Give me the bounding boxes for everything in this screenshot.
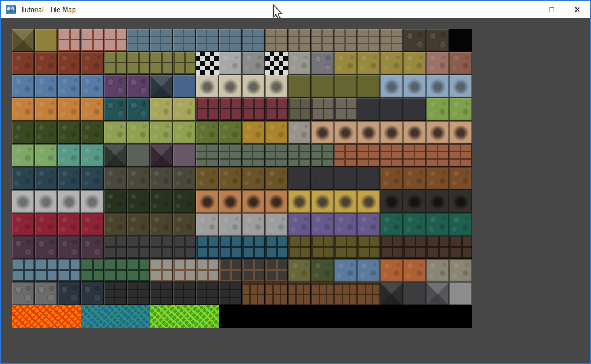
tile[interactable] (81, 305, 104, 328)
tile[interactable] (403, 305, 426, 328)
tile[interactable] (196, 98, 219, 121)
minimize-button[interactable]: — (513, 1, 539, 21)
tile[interactable] (265, 75, 288, 98)
tile[interactable] (12, 259, 35, 282)
tile[interactable] (242, 75, 265, 98)
tile[interactable] (288, 167, 311, 190)
tile[interactable] (449, 144, 472, 167)
tileset-image[interactable] (12, 29, 472, 328)
tile[interactable] (81, 98, 104, 121)
tile[interactable] (196, 75, 219, 98)
tile[interactable] (311, 213, 334, 236)
tile[interactable] (35, 259, 58, 282)
tile[interactable] (104, 52, 127, 75)
tile[interactable] (81, 29, 104, 52)
tile[interactable] (288, 29, 311, 52)
tile[interactable] (357, 52, 380, 75)
tile[interactable] (104, 29, 127, 52)
tile[interactable] (81, 52, 104, 75)
tile[interactable] (334, 282, 357, 305)
tile[interactable] (81, 213, 104, 236)
tile[interactable] (58, 305, 81, 328)
tile[interactable] (173, 75, 196, 98)
tile[interactable] (380, 29, 403, 52)
tile[interactable] (12, 167, 35, 190)
tile[interactable] (35, 75, 58, 98)
tile[interactable] (403, 259, 426, 282)
tile[interactable] (35, 305, 58, 328)
tile[interactable] (127, 52, 150, 75)
tile[interactable] (403, 282, 426, 305)
tile[interactable] (35, 167, 58, 190)
tile[interactable] (150, 144, 173, 167)
tile[interactable] (265, 144, 288, 167)
tile[interactable] (357, 190, 380, 213)
tile[interactable] (58, 75, 81, 98)
tile[interactable] (196, 167, 219, 190)
tile[interactable] (426, 190, 449, 213)
tile[interactable] (426, 259, 449, 282)
tile[interactable] (12, 75, 35, 98)
tile[interactable] (219, 282, 242, 305)
tile[interactable] (104, 144, 127, 167)
tile[interactable] (265, 282, 288, 305)
tile[interactable] (403, 29, 426, 52)
tile[interactable] (242, 167, 265, 190)
tile[interactable] (35, 52, 58, 75)
tile[interactable] (403, 75, 426, 98)
tile[interactable] (127, 29, 150, 52)
tile[interactable] (127, 190, 150, 213)
tile[interactable] (288, 190, 311, 213)
tile[interactable] (403, 52, 426, 75)
tile[interactable] (219, 213, 242, 236)
tile[interactable] (173, 121, 196, 144)
tile[interactable] (426, 305, 449, 328)
tile[interactable] (58, 167, 81, 190)
tile[interactable] (127, 144, 150, 167)
tile[interactable] (81, 282, 104, 305)
tile[interactable] (58, 144, 81, 167)
tile[interactable] (242, 29, 265, 52)
tile[interactable] (242, 305, 265, 328)
tile[interactable] (196, 144, 219, 167)
tile[interactable] (219, 236, 242, 259)
tile[interactable] (357, 236, 380, 259)
tile[interactable] (288, 236, 311, 259)
tile[interactable] (357, 282, 380, 305)
tile[interactable] (58, 259, 81, 282)
tile[interactable] (334, 75, 357, 98)
tile[interactable] (357, 121, 380, 144)
tile[interactable] (242, 236, 265, 259)
tile[interactable] (357, 167, 380, 190)
tile[interactable] (357, 305, 380, 328)
tile[interactable] (334, 259, 357, 282)
tile[interactable] (380, 259, 403, 282)
tile[interactable] (357, 75, 380, 98)
maximize-button[interactable]: □ (539, 1, 565, 18)
tile[interactable] (334, 167, 357, 190)
close-button[interactable]: × (565, 1, 590, 18)
tile[interactable] (127, 259, 150, 282)
tile[interactable] (173, 305, 196, 328)
tile[interactable] (81, 167, 104, 190)
tile[interactable] (357, 213, 380, 236)
tile[interactable] (288, 305, 311, 328)
tile[interactable] (380, 98, 403, 121)
tile[interactable] (311, 305, 334, 328)
tile[interactable] (127, 213, 150, 236)
tile[interactable] (35, 213, 58, 236)
tile[interactable] (127, 121, 150, 144)
tile[interactable] (426, 213, 449, 236)
tile[interactable] (81, 236, 104, 259)
title-bar[interactable]: Tutorial - Tile Map — □ × (1, 1, 590, 18)
tile[interactable] (219, 98, 242, 121)
tile[interactable] (81, 259, 104, 282)
tile[interactable] (449, 121, 472, 144)
tile[interactable] (196, 190, 219, 213)
tile[interactable] (173, 236, 196, 259)
tile[interactable] (35, 190, 58, 213)
tile[interactable] (242, 213, 265, 236)
tile[interactable] (288, 98, 311, 121)
tile[interactable] (219, 121, 242, 144)
tile[interactable] (449, 236, 472, 259)
